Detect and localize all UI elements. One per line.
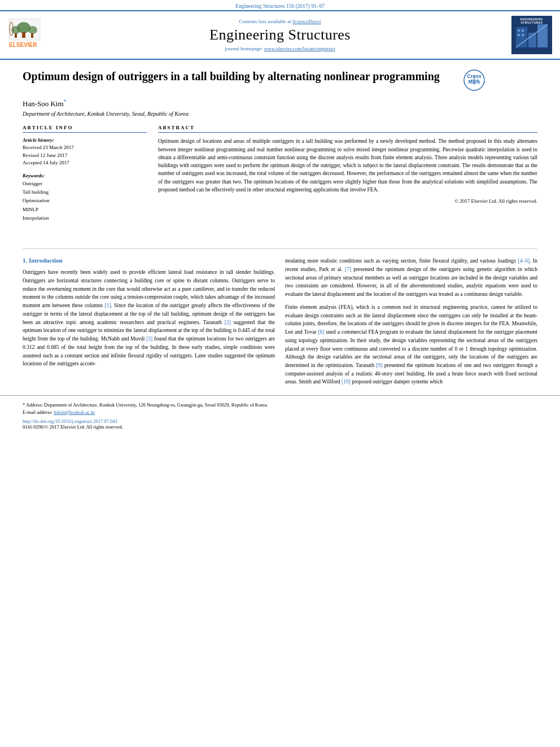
keyword-outrigger: Outrigger	[23, 180, 147, 188]
footnote-area: * Address: Department of Architecture, K…	[0, 395, 560, 433]
keyword-tall-building: Tall building	[23, 188, 147, 196]
journal-header-banner: ELSEVIER Contents lists available at Sci…	[0, 10, 560, 60]
page: Engineering Structures 150 (2017) 91–97 …	[0, 0, 560, 433]
abstract-label: ABSTRACT	[158, 125, 537, 133]
keyword-interpolation: Interpolation	[23, 214, 147, 222]
doi-line[interactable]: http://dx.doi.org/10.1016/j.engstruct.20…	[23, 418, 537, 424]
article-history-label: Article history:	[23, 137, 147, 143]
svg-rect-16	[518, 34, 520, 36]
article-info-column: ARTICLE INFO Article history: Received 2…	[23, 125, 147, 228]
author-name: Han-Soo Kim*	[23, 98, 537, 108]
author-affiliation: Department of Architecture, Konkuk Unive…	[23, 111, 537, 117]
contents-available-line: Contents lists available at ScienceDirec…	[53, 19, 507, 24]
footnote-address: * Address: Department of Architecture, K…	[23, 401, 537, 409]
body-content: 1. Introduction Outriggers have recently…	[0, 257, 560, 391]
svg-rect-17	[522, 34, 524, 36]
elsevier-logo-svg: ELSEVIER	[8, 18, 53, 51]
keyword-optimization: Optimization	[23, 196, 147, 205]
homepage-line: journal homepage: www.elsevier.com/locat…	[53, 46, 507, 51]
received-date: Received 23 March 2017	[23, 144, 147, 152]
abstract-text: Optimum design of locations and areas of…	[158, 137, 537, 194]
article-history-group: Article history: Received 23 March 2017 …	[23, 137, 147, 167]
copyright-line: © 2017 Elsevier Ltd. All rights reserved…	[158, 198, 537, 204]
body-right-column: modating more realistic conditions such …	[285, 257, 537, 391]
intro-para-2: modating more realistic conditions such …	[285, 257, 537, 299]
keywords-list: Outrigger Tall building Optimization MIN…	[23, 180, 147, 222]
svg-text:ELSEVIER: ELSEVIER	[9, 42, 37, 48]
journal-title: Engineering Structures	[53, 27, 507, 43]
article-info-label: ARTICLE INFO	[23, 125, 147, 133]
journal-logo-image: ENGINEERING STRUCTURES	[511, 16, 552, 54]
article-title-area: Optimum design of outriggers in a tall b…	[23, 69, 485, 91]
accepted-date: Accepted 14 July 2017	[23, 159, 147, 167]
journal-reference: Engineering Structures 150 (2017) 91–97	[0, 0, 560, 10]
svg-rect-6	[31, 33, 33, 38]
keywords-label: Keywords:	[23, 173, 147, 178]
crossmark-svg: Cross Mark	[463, 69, 485, 91]
body-left-column: 1. Introduction Outriggers have recently…	[23, 257, 275, 391]
journal-logo-box: ENGINEERING STRUCTURES	[511, 16, 552, 54]
keywords-group: Keywords: Outrigger Tall building Optimi…	[23, 173, 147, 222]
journal-logo-right: ENGINEERING STRUCTURES	[507, 16, 552, 54]
issn-line: 0141-0296/© 2017 Elsevier Ltd. All right…	[23, 424, 537, 430]
journal-ref-text: Engineering Structures 150 (2017) 91–97	[235, 3, 325, 9]
main-content: Optimum design of outriggers in a tall b…	[0, 60, 560, 241]
intro-para-1: Outriggers have recently been widely use…	[23, 268, 275, 368]
svg-rect-15	[522, 29, 524, 32]
article-info-abstract-area: ARTICLE INFO Article history: Received 2…	[23, 125, 537, 228]
section-1-heading: 1. Introduction	[23, 257, 275, 264]
svg-rect-4	[22, 32, 25, 38]
journal-center-info: Contents lists available at ScienceDirec…	[53, 19, 507, 51]
keyword-minlp: MINLP	[23, 206, 147, 214]
article-title-text: Optimum design of outriggers in a tall b…	[23, 69, 457, 84]
elsevier-logo-area: ELSEVIER	[8, 18, 53, 53]
intro-para-3: Finite element analysis (FEA), which is …	[285, 303, 537, 386]
revised-date: Revised 12 June 2017	[23, 152, 147, 160]
footnote-email: E-mail address: hskim@konkuk.ac.kr	[23, 409, 537, 416]
svg-text:STRUCTURES: STRUCTURES	[520, 21, 542, 24]
svg-rect-14	[518, 29, 520, 32]
svg-rect-5	[15, 33, 17, 38]
section-divider	[23, 248, 537, 249]
abstract-column: ABSTRACT Optimum design of locations and…	[158, 125, 537, 228]
svg-point-3	[28, 26, 37, 34]
crossmark-logo[interactable]: Cross Mark	[463, 69, 485, 91]
